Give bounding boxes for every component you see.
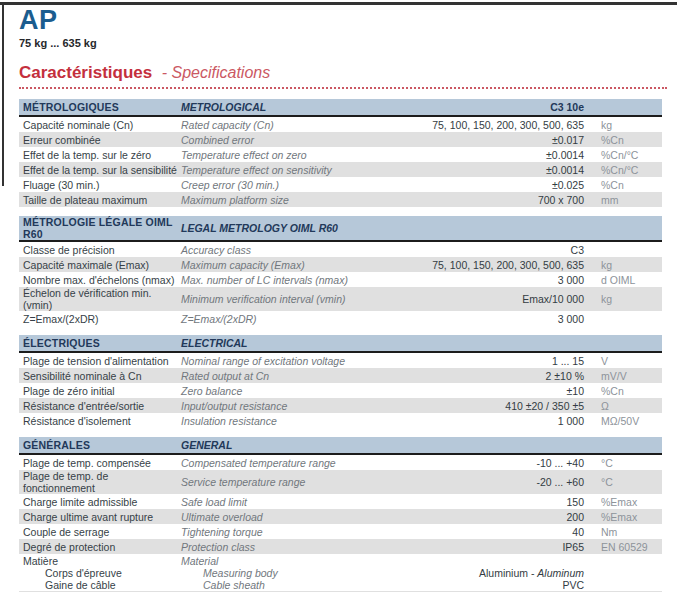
row-value: Emax/10 000 [392,293,592,305]
page-border-left [2,2,4,186]
row-label-en: Accuracy class [181,244,392,256]
row-value: 150 [392,496,592,508]
section-title-en: METROLOGICAL [181,101,392,113]
row-unit: MΩ/50V [592,415,662,427]
row-value: ±0.0014 [392,149,592,161]
row-unit: kg [592,259,662,271]
row-unit: mV/V [592,370,662,382]
row-label-en: Service temperature range [181,476,392,488]
row-label-en: Z=Emax/(2xDR) [181,313,392,325]
row-value: 3 000 [392,274,592,286]
row-unit: °C [592,457,662,469]
row-value: ±10 [392,385,592,397]
row-label-fr: Z=Emax/(2xDR) [23,313,181,325]
row-label-en: Material [181,555,392,567]
row-value: 700 x 700 [392,194,592,206]
row-label-fr: Effet de la temp. sur la sensibilité [23,164,181,176]
datasheet-page: AP 75 kg ... 635 kg Caractéristiques - S… [19,6,663,592]
spec-row: Z=Emax/(2xDR)Z=Emax/(2xDR)3 000 [19,311,662,326]
row-label-en: Creep error (30 min.) [181,179,392,191]
section-heading: Caractéristiques - Specifications [19,63,667,89]
spec-row: Effet de la temp. sur le zéroTemperature… [19,147,662,162]
row-label-fr: Résistance d'isolement [23,415,181,427]
spec-subrow: Corps d'épreuveMeasuring bodyAluminium -… [19,567,662,579]
row-label-en: Max. number of LC intervals (nmax) [181,274,392,286]
row-label-fr: Plage de temp. de fonctionnement [23,470,181,494]
row-label-fr: Classe de précision [23,244,181,256]
row-label-en: Compensated temperature range [181,457,392,469]
spec-row: Taille de plateau maximumMaximum platfor… [19,192,662,207]
spec-row: Erreur combinéeCombined error±0.017%Cn [19,132,662,147]
row-label-en: Zero balance [181,385,392,397]
row-label-fr: Sensibilité nominale à Cn [23,370,181,382]
row-value: 2 ±10 % [392,370,592,382]
row-value: ±0.025 [392,179,592,191]
row-label-en: Combined error [181,134,392,146]
row-label-fr: Plage de tension d'alimentation [23,355,181,367]
row-value: 410 ±20 / 350 ±5 [392,400,592,412]
section-title-fr: MÉTROLOGIE LÉGALE OIML R60 [23,216,181,240]
row-value: ±0.017 [392,134,592,146]
row-label-en: Nominal range of excitation voltage [181,355,392,367]
row-value: C3 [392,244,592,256]
row-unit: mm [592,194,662,206]
row-label-en: Minimum verification interval (vmin) [181,293,392,305]
row-unit: %Cn/°C [592,164,662,176]
spec-section-1: MÉTROLOGIQUESMETROLOGICALC3 10eCapacité … [19,99,662,207]
row-value: 200 [392,511,592,523]
row-unit: %Cn/°C [592,149,662,161]
row-label-fr: Plage de temp. compensée [23,457,181,469]
row-label-en: Protection class [181,541,392,553]
row-value: -10 ... +40 [392,457,592,469]
row-unit: d OIML [592,274,662,286]
spec-row: Capacité maximale (Emax)Maximum capacity… [19,257,662,272]
row-label-fr: Nombre max. d'échelons (nmax) [23,274,181,286]
row-unit: %Emax [592,496,662,508]
spec-row: MatièreMaterial [19,554,662,567]
page-border-top [0,2,677,5]
row-unit: %Cn [592,385,662,397]
row-label-fr: Charge ultime avant rupture [23,511,181,523]
row-label-en: Tightening torque [181,526,392,538]
row-value: 40 [392,526,592,538]
spec-row: Plage de tension d'alimentationNominal r… [19,353,662,368]
spec-row: Plage de zéro initialZero balance±10%Cn [19,383,662,398]
row-label-en: Safe load limit [181,496,392,508]
spec-row: Couple de serrageTightening torque40Nm [19,524,662,539]
section-title-fr: MÉTROLOGIQUES [23,101,181,113]
spec-row: Échelon de vérification min. (vmin)Minim… [19,287,662,311]
row-unit: V [592,355,662,367]
row-label-fr: Couple de serrage [23,526,181,538]
row-unit: %Cn [592,179,662,191]
row-unit: Ω [592,400,662,412]
spec-row: Résistance d'isolementInsulation resista… [19,413,662,428]
row-value: IP65 [392,541,592,553]
row-unit: %Cn [592,134,662,146]
row-value: 3 000 [392,313,592,325]
subrow-value-italic: Aluminum [537,567,584,579]
row-label-en: Rated capacity (Cn) [181,119,392,131]
row-label-fr: Charge limite admissible [23,496,181,508]
subrow-label-en: Cable sheath [181,579,392,591]
spec-row: Sensibilité nominale à CnRated output at… [19,368,662,383]
row-label-fr: Degré de protection [23,541,181,553]
spec-row: Capacité nominale (Cn)Rated capacity (Cn… [19,117,662,132]
row-label-fr: Échelon de vérification min. (vmin) [23,287,181,311]
row-label-fr: Capacité nominale (Cn) [23,119,181,131]
row-label-en: Ultimate overload [181,511,392,523]
spec-section-4: GÉNÉRALESGENERALPlage de temp. compensée… [19,437,662,592]
section-header-row: MÉTROLOGIQUESMETROLOGICALC3 10e [19,99,662,117]
spec-row: Charge ultime avant ruptureUltimate over… [19,509,662,524]
section-header-value: C3 10e [392,101,592,113]
section-title-en: LEGAL METROLOGY OIML R60 [181,222,392,234]
spec-section-3: ÉLECTRIQUESELECTRICALPlage de tension d'… [19,335,662,428]
spec-subrow: Gaine de câbleCable sheathPVC [19,579,662,591]
spec-row: Plage de temp. de fonctionnementService … [19,470,662,494]
row-label-fr: Capacité maximale (Emax) [23,259,181,271]
section-title-en: GENERAL [181,439,392,451]
capacity-range: 75 kg ... 635 kg [19,37,663,51]
row-label-en: Maximum capacity (Emax) [181,259,392,271]
row-value: 75, 100, 150, 200, 300, 500, 635 [392,119,592,131]
spec-row: Nombre max. d'échelons (nmax)Max. number… [19,272,662,287]
row-label-en: Rated output at Cn [181,370,392,382]
